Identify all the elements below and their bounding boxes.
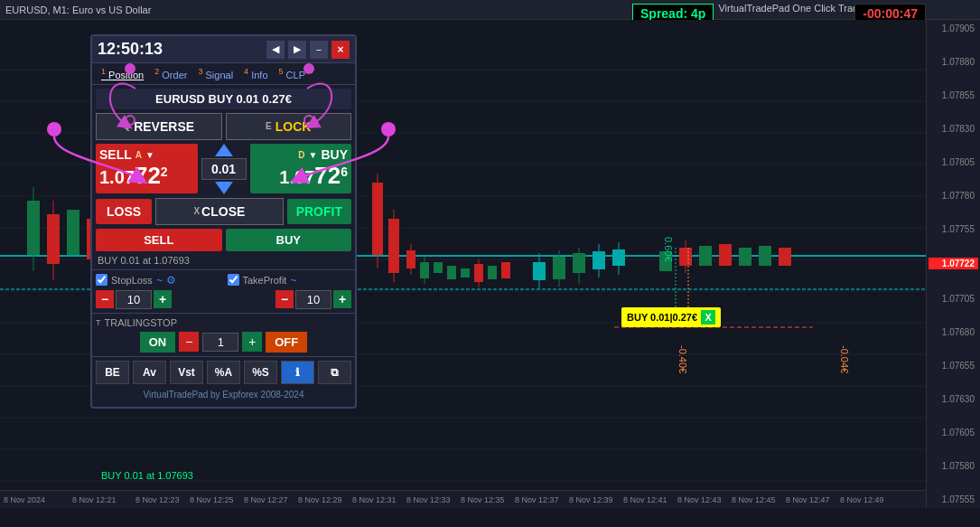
reverse-label: REVERSE	[134, 119, 194, 134]
trailing-minus-button[interactable]: −	[179, 332, 199, 352]
trailing-on-button[interactable]: ON	[140, 332, 176, 353]
tab-position[interactable]: 1 Position	[96, 65, 149, 82]
sell-small-button[interactable]: SELL	[96, 229, 222, 251]
price-8: 1.07705	[929, 294, 978, 304]
time-label-15: 8 Nov 12:49	[840, 495, 884, 504]
takeprofit-wave-icon: ~	[290, 274, 296, 287]
time-label-11: 8 Nov 12:41	[623, 495, 667, 504]
time-label-4: 8 Nov 12:27	[244, 495, 288, 504]
svg-rect-57	[739, 248, 751, 266]
time-label-14: 8 Nov 12:47	[786, 495, 830, 504]
lot-display[interactable]: 0.01	[201, 158, 247, 180]
time-label-12: 8 Nov 12:43	[677, 495, 722, 504]
svg-rect-58	[759, 246, 771, 266]
pct-a-button[interactable]: %A	[207, 361, 240, 384]
sell-price: 1.07722	[99, 162, 194, 190]
price-4: 1.07805	[929, 157, 978, 167]
svg-rect-30	[461, 268, 470, 278]
svg-rect-56	[719, 244, 732, 266]
takeprofit-input[interactable]	[295, 290, 331, 309]
pct-s-button[interactable]: %S	[244, 361, 277, 384]
stoploss-controls: − +	[96, 290, 172, 309]
svg-rect-36	[533, 262, 546, 280]
takeprofit-plus-button[interactable]: +	[333, 290, 351, 308]
price-scale: 1.07905 1.07880 1.07855 1.07830 1.07805 …	[926, 20, 980, 508]
buy-price: 1.07726	[254, 162, 349, 190]
trailing-row: T TRAILINGSTOP ON − + OFF	[92, 313, 355, 356]
sell-buy-row: SELL BUY	[92, 229, 355, 255]
chart-title: EURUSD, M1: Euro vs US Dollar	[5, 5, 151, 15]
tab-info[interactable]: 4 Info	[238, 65, 273, 82]
trailing-t-prefix: T	[96, 318, 101, 327]
info-button[interactable]: ℹ	[281, 361, 314, 384]
av-button[interactable]: Av	[133, 361, 166, 384]
tab-signal[interactable]: 3 Signal	[192, 65, 238, 82]
price-highlighted: 1.07722	[929, 258, 978, 269]
svg-rect-45	[593, 251, 605, 269]
svg-rect-48	[612, 249, 625, 266]
time-label-9: 8 Nov 12:37	[515, 495, 559, 504]
buy-small-button[interactable]: BUY	[226, 229, 352, 251]
lot-center: 0.01	[201, 144, 247, 194]
stoploss-checkbox[interactable]	[96, 274, 107, 286]
lock-button[interactable]: E LOCK	[226, 113, 352, 140]
time-label-8: 8 Nov 12:35	[461, 495, 505, 504]
takeprofit-label: TakeProfit	[243, 275, 287, 286]
time-axis: 8 Nov 2024 8 Nov 12:21 8 Nov 12:23 8 Nov…	[0, 490, 926, 508]
tab-order[interactable]: 2 Order	[149, 65, 192, 82]
stoploss-input[interactable]	[116, 290, 152, 309]
buy-label: D ▼ BUY	[254, 147, 349, 162]
copy-button[interactable]: ⧉	[318, 361, 351, 384]
sl-tp-controls: − + − +	[92, 290, 355, 313]
loss-profit-row: LOSS X CLOSE PROFIT	[92, 198, 355, 229]
trailing-plus-button[interactable]: +	[242, 332, 262, 352]
svg-rect-16	[372, 183, 383, 255]
stoploss-plus-button[interactable]: +	[154, 290, 172, 308]
trade-bubble: BUY 0.01|0.27€ X	[621, 307, 721, 327]
svg-rect-19	[388, 219, 399, 273]
sell-block[interactable]: SELL A ▼ 1.07722	[96, 144, 198, 193]
reverse-button[interactable]: Q REVERSE	[96, 113, 222, 140]
time-label-5: 8 Nov 12:29	[298, 495, 342, 504]
svg-rect-72	[67, 210, 79, 255]
takeprofit-block: TakeProfit ~	[228, 274, 352, 287]
buy-block[interactable]: D ▼ BUY 1.07726	[250, 144, 352, 193]
trade-bubble-close-button[interactable]: X	[701, 310, 715, 325]
panel-minimize-button[interactable]: −	[310, 41, 328, 59]
trailing-value-input[interactable]	[202, 333, 238, 352]
stoploss-minus-button[interactable]: −	[96, 290, 114, 308]
takeprofit-controls: − +	[275, 290, 351, 309]
profit-button[interactable]: PROFIT	[287, 199, 351, 224]
trailing-off-button[interactable]: OFF	[266, 332, 307, 353]
trade-panel: 12:50:13 ◀ ▶ − × 1 Position 2 Order 3 Si…	[90, 34, 357, 409]
time-label-1: 8 Nov 12:21	[72, 495, 117, 504]
lot-up-arrow[interactable]	[215, 144, 233, 156]
price-12: 1.07605	[929, 428, 978, 438]
price-2: 1.07855	[929, 90, 978, 100]
position-sublabel: BUY 0.01 at 1.07693	[92, 255, 355, 269]
tab-clp[interactable]: 5 CLP	[274, 65, 311, 82]
time-label-6: 8 Nov 12:31	[352, 495, 397, 504]
takeprofit-minus-button[interactable]: −	[275, 290, 294, 308]
svg-rect-34	[488, 266, 497, 279]
spread-value: Spread: 4p	[640, 6, 705, 21]
panel-close-button[interactable]: ×	[331, 41, 350, 59]
close-button[interactable]: X CLOSE	[155, 198, 284, 225]
svg-rect-55	[699, 246, 712, 266]
time-label-10: 8 Nov 12:39	[569, 495, 613, 504]
vst-button[interactable]: Vst	[170, 361, 203, 384]
trailing-controls: ON − + OFF	[96, 332, 351, 353]
sl-tp-row: StopLoss ~ ⚙ TakeProfit ~	[92, 269, 355, 290]
price-9: 1.07680	[929, 327, 978, 337]
panel-next-button[interactable]: ▶	[288, 41, 306, 59]
lot-down-arrow[interactable]	[215, 182, 233, 194]
close-label: CLOSE	[201, 204, 245, 219]
be-button[interactable]: BE	[96, 361, 129, 384]
takeprofit-checkbox[interactable]	[228, 274, 239, 286]
trailing-label: T TRAILINGSTOP	[96, 317, 351, 328]
panel-prev-button[interactable]: ◀	[266, 41, 285, 59]
sell-label: SELL A ▼	[99, 147, 194, 162]
price-1: 1.07880	[929, 57, 978, 67]
loss-button[interactable]: LOSS	[96, 199, 152, 224]
time-label-3: 8 Nov 12:25	[190, 495, 234, 504]
